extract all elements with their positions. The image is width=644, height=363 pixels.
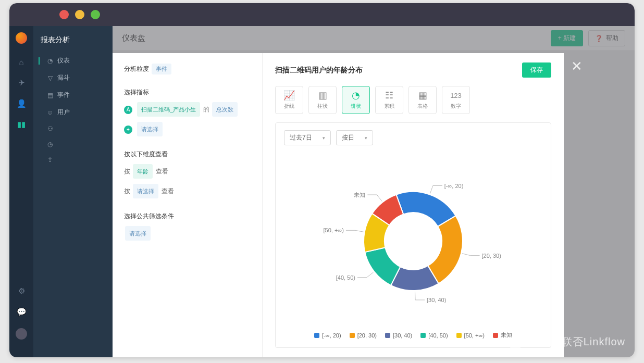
- subnav-title: 报表分析: [33, 32, 113, 52]
- legend-swatch-icon: [350, 333, 355, 338]
- chart-legend: [-∞, 20)[20, 30)[30, 40)[40, 50)[50, +∞)…: [284, 327, 542, 340]
- interval-select[interactable]: 按日▾: [336, 130, 373, 145]
- main-area: 仪表盘 + 新建 ❓帮助 ✕ 分析粒度 事件 选择指标: [113, 26, 635, 357]
- funnel-icon: ▽: [47, 74, 53, 82]
- subnav-item-history[interactable]: ◷: [33, 136, 113, 152]
- charttype-number[interactable]: 123数字: [442, 86, 470, 114]
- legend-swatch-icon: [493, 333, 498, 338]
- charttype-area[interactable]: ☷累积: [375, 86, 403, 114]
- zoom-dot[interactable]: [91, 10, 100, 19]
- legend-swatch-icon: [420, 333, 426, 338]
- metric-row-a: A 扫描二维码_产品小生 的 总次数: [124, 102, 251, 117]
- history-icon: ◷: [47, 141, 53, 148]
- export-icon: ⇪: [47, 156, 53, 164]
- window-controls: [59, 10, 100, 19]
- svg-text:[20, 30): [20, 30): [482, 252, 501, 258]
- charttype-pie[interactable]: ◔饼状: [342, 86, 370, 114]
- charttype-table[interactable]: ▦表格: [408, 86, 437, 114]
- calendar-icon: ▤: [47, 92, 53, 99]
- send-icon[interactable]: ✈: [17, 78, 26, 87]
- dimension-label: 按以下维度查看: [124, 150, 251, 159]
- subnav-item-funnel[interactable]: ▽漏斗: [33, 69, 113, 86]
- report-subnav: 报表分析 ◔仪表 ▽漏斗 ▤事件 ☺用户 ⚇ ◷ ⇪: [33, 26, 113, 357]
- bar-chart-icon: ▥: [318, 90, 327, 101]
- subnav-item-event[interactable]: ▤事件: [33, 86, 113, 104]
- save-button[interactable]: 保存: [522, 62, 551, 78]
- people-icon: ☺: [47, 109, 53, 116]
- granularity-label: 分析粒度: [124, 65, 149, 72]
- legend-swatch-icon: [385, 333, 390, 338]
- charttype-line[interactable]: 📈折线: [275, 86, 303, 114]
- close-dot[interactable]: [59, 10, 69, 19]
- metric-event[interactable]: 扫描二维码_产品小生: [137, 102, 200, 117]
- subnav-item-user[interactable]: ☺用户: [33, 104, 113, 121]
- close-icon[interactable]: ✕: [571, 58, 583, 74]
- metric-add-row[interactable]: + 请选择: [124, 122, 251, 136]
- legend-item[interactable]: [40, 50): [420, 331, 448, 339]
- config-panel: 分析粒度 事件 选择指标 A 扫描二维码_产品小生 的 总次数 +: [113, 53, 263, 357]
- chart-editor-modal: 分析粒度 事件 选择指标 A 扫描二维码_产品小生 的 总次数 +: [113, 53, 564, 357]
- chart-title: 扫描二维码用户的年龄分布: [275, 66, 363, 75]
- table-icon: ▦: [418, 90, 427, 101]
- metric-measure[interactable]: 总次数: [212, 102, 238, 117]
- chat-icon[interactable]: 💬: [17, 307, 26, 317]
- number-icon: 123: [450, 90, 462, 101]
- user-icon[interactable]: 👤: [17, 99, 26, 108]
- legend-swatch-icon: [456, 333, 462, 338]
- group-icon: ⚇: [47, 125, 53, 132]
- filter-add[interactable]: 请选择: [125, 226, 151, 241]
- svg-text:[30, 40): [30, 40): [427, 296, 446, 303]
- metric-label: 选择指标: [124, 88, 251, 97]
- app-logo-icon: [16, 32, 27, 44]
- clock-icon: ◔: [47, 57, 53, 65]
- legend-item[interactable]: [50, +∞): [456, 331, 485, 339]
- dimension-add-row: 按 请选择 查看: [124, 184, 251, 198]
- dimension-add[interactable]: 请选择: [133, 184, 158, 198]
- dimension-row: 按 年龄 查看: [124, 164, 251, 179]
- subnav-item-dashboard[interactable]: ◔仪表: [33, 52, 113, 69]
- legend-item[interactable]: 未知: [493, 331, 512, 339]
- legend-item[interactable]: [20, 30): [350, 331, 377, 339]
- subnav-item-export[interactable]: ⇪: [33, 152, 113, 168]
- legend-swatch-icon: [314, 333, 319, 338]
- minimize-dot[interactable]: [75, 10, 84, 19]
- chevron-down-icon: ▾: [323, 135, 325, 141]
- svg-text:[40, 50): [40, 50): [336, 274, 355, 280]
- badge-a-icon: A: [124, 106, 132, 114]
- nav-rail: ⌂ ✈ 👤 ▮▮ ⚙ 💬: [9, 26, 33, 357]
- add-metric-icon: +: [124, 126, 132, 134]
- chevron-down-icon: ▾: [365, 135, 367, 141]
- svg-text:未知: 未知: [354, 192, 365, 198]
- chart-box: 过去7日▾ 按日▾ [-∞, 20)[20, 30)[30, 40)[40, 5…: [275, 122, 551, 348]
- chart-type-picker: 📈折线 ▥柱状 ◔饼状 ☷累积 ▦表格 123数字: [275, 86, 551, 114]
- legend-item[interactable]: [30, 40): [385, 331, 412, 339]
- date-range-select[interactable]: 过去7日▾: [284, 130, 331, 145]
- svg-text:[50, +∞): [50, +∞): [324, 227, 344, 233]
- svg-text:[-∞, 20): [-∞, 20): [444, 182, 464, 189]
- filter-label: 选择公共筛选条件: [124, 212, 251, 221]
- area-chart-icon: ☷: [385, 90, 393, 101]
- home-icon[interactable]: ⌂: [17, 57, 26, 67]
- titlebar: [9, 3, 635, 26]
- subnav-item-group[interactable]: ⚇: [33, 121, 113, 136]
- chart-panel: 扫描二维码用户的年龄分布 保存 📈折线 ▥柱状 ◔饼状 ☷累积 ▦表格 123数…: [263, 53, 564, 357]
- app-window: ⌂ ✈ 👤 ▮▮ ⚙ 💬 报表分析 ◔仪表 ▽漏斗 ▤事件 ☺用户 ⚇ ◷ ⇪ …: [9, 3, 635, 357]
- settings-icon[interactable]: ⚙: [17, 286, 26, 296]
- line-chart-icon: 📈: [283, 90, 295, 101]
- charttype-bar[interactable]: ▥柱状: [308, 86, 337, 114]
- pie-chart-icon: ◔: [352, 90, 360, 101]
- avatar-icon[interactable]: [16, 328, 27, 340]
- legend-item[interactable]: [-∞, 20): [314, 331, 341, 339]
- granularity-value[interactable]: 事件: [152, 64, 171, 74]
- donut-chart: [-∞, 20)[20, 30)[30, 40)[40, 50)[50, +∞)…: [284, 149, 542, 327]
- analytics-icon[interactable]: ▮▮: [17, 120, 26, 129]
- dimension-value[interactable]: 年龄: [133, 164, 153, 179]
